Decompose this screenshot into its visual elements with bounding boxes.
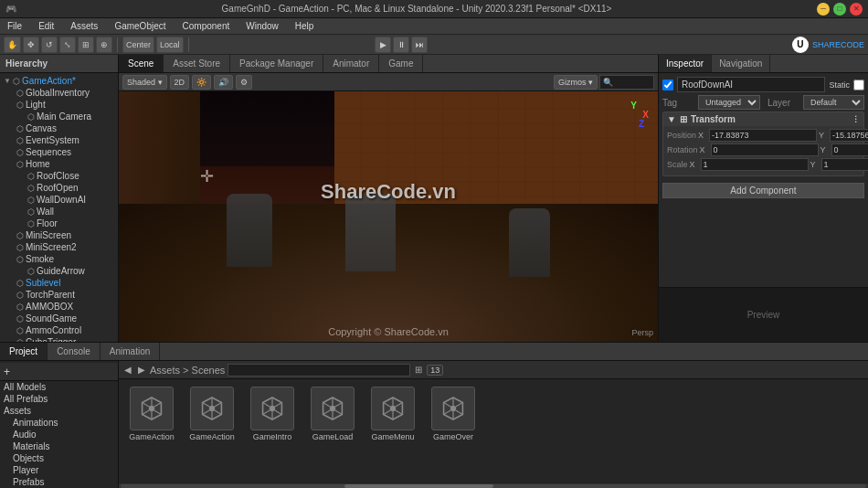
pivot-local-btn[interactable]: Local [156,37,184,53]
project-tree-item[interactable]: Assets [0,405,118,417]
menu-edit[interactable]: Edit [35,19,58,33]
scene-search[interactable] [599,75,654,90]
tab-game[interactable]: Game [379,55,423,72]
hierarchy-item[interactable]: ⬡Home [0,158,118,170]
gizmos-dropdown[interactable]: Gizmos ▾ [554,75,598,90]
transform-all-btn[interactable]: ⊕ [96,37,112,53]
menu-help[interactable]: Help [291,19,318,33]
step-button[interactable]: ⏭ [411,37,428,53]
project-tree-item[interactable]: All Prefabs [0,393,118,405]
tab-console[interactable]: Console [48,343,101,360]
asset-item[interactable]: GameOver [428,387,479,441]
menu-gameobject[interactable]: GameObject [111,19,169,33]
hierarchy-item[interactable]: ⬡SoundGame [0,313,118,324]
assets-back-btn[interactable]: ◀ [122,365,133,375]
maximize-button[interactable]: □ [833,3,846,16]
add-asset-button[interactable]: + [4,366,10,378]
2d-toggle[interactable]: 2D [170,75,190,90]
asset-item[interactable]: GameLoad [307,387,358,441]
tab-animator[interactable]: Animator [323,55,379,72]
breadcrumb-assets[interactable]: Assets [150,365,180,376]
hierarchy-item[interactable]: ⬡Wall [0,206,118,217]
asset-item[interactable]: GameAction [126,387,177,441]
hierarchy-item[interactable]: ▼⬡GameAction* [0,75,118,87]
tab-navigation[interactable]: Navigation [712,55,770,72]
hierarchy-item[interactable]: ⬡Smoke [0,253,118,265]
static-checkbox[interactable] [853,80,864,90]
project-tree-item[interactable]: Audio [0,429,118,440]
asset-item[interactable]: GameIntro [247,387,298,441]
hierarchy-item[interactable]: ⬡RoofClose [0,170,118,182]
tab-asset-store[interactable]: Asset Store [164,55,230,72]
project-tree-item[interactable]: Objects [0,452,118,464]
tab-package-manager[interactable]: Package Manager [230,55,323,72]
hierarchy-item[interactable]: ⬡AMMOBOX [0,301,118,313]
play-button[interactable]: ▶ [375,37,391,53]
menu-assets[interactable]: Assets [67,19,101,33]
hierarchy-item[interactable]: ⬡Sequences [0,146,118,158]
object-active-checkbox[interactable] [662,80,673,90]
hierarchy-item[interactable]: ⬡GlobalInventory [0,87,118,99]
hierarchy-item[interactable]: ⬡RoofOpen [0,182,118,194]
assets-search-input[interactable] [228,364,410,377]
project-tree-item[interactable]: All Models [0,381,118,393]
hierarchy-item[interactable]: ⬡AmmoControl [0,324,118,336]
pos-y-input[interactable] [830,129,868,142]
hierarchy-item[interactable]: ⬡WallDownAI [0,194,118,206]
scale-x-input[interactable] [701,158,809,171]
transform-menu[interactable]: ⋮ [852,115,860,124]
assets-scrollbar[interactable] [119,483,868,488]
rot-y-input[interactable] [831,143,868,156]
hierarchy-item[interactable]: ⬡Main Camera [0,111,118,122]
add-component-button[interactable]: Add Component [662,183,864,198]
menu-component[interactable]: Component [179,19,234,33]
audio-toggle[interactable]: 🔊 [214,75,233,90]
hierarchy-item[interactable]: ⬡MiniScreen [0,229,118,241]
pivot-center-btn[interactable]: Center [122,37,154,53]
hierarchy-item[interactable]: ⬡Floor [0,217,118,229]
asset-item[interactable]: GameMenu [367,387,418,441]
layer-dropdown[interactable]: Default [803,95,864,110]
assets-grid-view-btn[interactable]: ⊞ [413,365,424,375]
hierarchy-item[interactable]: ⬡MiniScreen2 [0,241,118,253]
project-tree-item[interactable]: Animations [0,417,118,429]
effects-toggle[interactable]: ⚙ [236,75,252,90]
scene-view[interactable]: ✛ ShareCode.vn Copyright © ShareCode.vn … [119,91,658,342]
tab-project[interactable]: Project [0,343,48,360]
menu-window[interactable]: Window [242,19,282,33]
menu-file[interactable]: File [4,19,26,33]
project-tree-item[interactable]: Player [0,464,118,476]
transform-hand-btn[interactable]: ✋ [4,37,21,53]
transform-rect-btn[interactable]: ⊞ [78,37,94,53]
scale-y-input[interactable] [821,158,868,171]
hierarchy-item[interactable]: ⬡EventSystem [0,134,118,146]
lighting-toggle[interactable]: 🔆 [192,75,211,90]
hierarchy-item[interactable]: ⬡TorchParent [0,289,118,301]
transform-move-btn[interactable]: ✥ [23,37,39,53]
transform-scale-btn[interactable]: ⤡ [59,37,76,53]
tab-scene[interactable]: Scene [119,55,164,72]
hierarchy-item[interactable]: ⬡Light [0,99,118,111]
tag-dropdown[interactable]: Untagged [698,95,760,110]
project-tree-item[interactable]: Materials [0,440,118,452]
close-button[interactable]: ✕ [850,3,863,16]
rot-x-input[interactable] [711,143,819,156]
hierarchy-item[interactable]: ⬡CubeTrigger [0,336,118,342]
tab-inspector[interactable]: Inspector [659,55,712,72]
breadcrumb-scenes[interactable]: Scenes [192,365,226,376]
hierarchy-item[interactable]: ⬡GuideArrow [0,265,118,277]
project-tree-item[interactable]: Prefabs [0,476,118,488]
pause-button[interactable]: ⏸ [393,37,409,53]
tab-animation[interactable]: Animation [101,343,160,360]
shading-dropdown[interactable]: Shaded ▾ [122,75,167,90]
hierarchy-tree[interactable]: ▼⬡GameAction* ⬡GlobalInventory ⬡Light ⬡M… [0,73,118,342]
transform-rotate-btn[interactable]: ↺ [41,37,58,53]
minimize-button[interactable]: ─ [817,3,830,16]
hierarchy-item[interactable]: ⬡Canvas [0,122,118,134]
asset-item[interactable]: GameAction [186,387,238,441]
transform-header[interactable]: ▼ ⊞ Transform ⋮ [663,112,863,126]
tree-items[interactable]: All ModelsAll PrefabsAssetsAnimationsAud… [0,381,118,488]
object-name-field[interactable] [677,77,825,92]
hierarchy-item[interactable]: ⬡Sublevel [0,277,118,289]
pos-x-input[interactable] [709,129,817,142]
